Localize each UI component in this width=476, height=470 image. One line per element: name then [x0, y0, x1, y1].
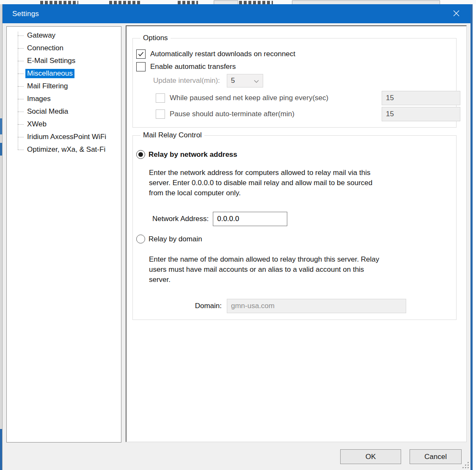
sidebar-item-xweb[interactable]: XWeb: [7, 118, 121, 131]
sidebar-item-optimizer-wxa-satfi[interactable]: Optimizer, wXa, & Sat-Fi: [7, 143, 121, 156]
relay-by-network-radio[interactable]: [136, 150, 145, 159]
network-address-field[interactable]: [213, 212, 287, 226]
auto-transfers-checkbox[interactable]: [136, 62, 146, 71]
sidebar-item-social-media[interactable]: Social Media: [7, 105, 121, 118]
keep-alive-row: While paused send net keep alive ping ev…: [156, 93, 328, 103]
relay-by-domain-label: Relay by domain: [149, 235, 202, 243]
domain-label: Domain:: [149, 302, 222, 310]
relay-by-domain-row: Relay by domain: [136, 235, 202, 243]
relay-by-network-row: Relay by network address: [136, 150, 237, 159]
domain-help-text: Enter the name of the domain allowed to …: [149, 254, 387, 285]
sidebar-item-iridium-axcesspoint-wifi[interactable]: Iridium AxcessPoint WiFi: [7, 131, 121, 143]
mail-relay-group-title: Mail Relay Control: [140, 131, 204, 139]
sidebar-item-images[interactable]: Images: [7, 93, 121, 105]
screen: Settings Gateway Connection E-Mail Setti…: [0, 0, 476, 470]
ok-button[interactable]: OK: [340, 449, 401, 464]
settings-nav-list: Gateway Connection E-Mail Settings Misce…: [6, 26, 121, 443]
sidebar-item-gateway[interactable]: Gateway: [7, 29, 121, 42]
resize-grip-icon[interactable]: [462, 462, 469, 469]
update-interval-label: Update interval(min):: [153, 77, 220, 85]
mail-relay-group: Mail Relay Control Relay by network addr…: [132, 135, 457, 320]
main-panel: Options Automatically restart downloads …: [126, 25, 467, 442]
update-interval-dropdown: 5: [227, 74, 263, 87]
background-window-top-fragment: [0, 0, 476, 4]
background-text-fragment: [40, 1, 78, 4]
keep-alive-checkbox: [156, 93, 165, 103]
keep-alive-label: While paused send net keep alive ping ev…: [170, 94, 328, 102]
window-title: Settings: [12, 10, 39, 18]
auto-terminate-label: Pause should auto-terminate after(min): [170, 110, 294, 118]
chevron-down-icon: [254, 77, 259, 85]
auto-terminate-checkbox: [156, 109, 165, 119]
sidebar-item-miscellaneous[interactable]: Miscellaneous: [7, 67, 121, 80]
sidebar-item-email-settings[interactable]: E-Mail Settings: [7, 55, 121, 67]
titlebar[interactable]: Settings: [3, 4, 470, 23]
domain-row: Domain:: [149, 299, 406, 313]
settings-dialog: Settings Gateway Connection E-Mail Setti…: [2, 4, 473, 470]
sidebar-item-mail-filtering[interactable]: Mail Filtering: [7, 80, 121, 93]
sidebar-item-connection[interactable]: Connection: [7, 42, 121, 55]
domain-field: [227, 299, 406, 313]
background-text-fragment: [109, 1, 141, 4]
background-text-fragment: [239, 1, 273, 4]
relay-by-domain-radio[interactable]: [136, 235, 145, 243]
network-address-row: Network Address:: [152, 212, 287, 226]
restart-downloads-label: Automatically restart downloads on recon…: [150, 50, 295, 58]
options-group-title: Options: [140, 34, 171, 42]
background-window-right-sliver: [473, 4, 476, 470]
restart-downloads-row: Automatically restart downloads on recon…: [136, 49, 295, 59]
restart-downloads-checkbox[interactable]: [136, 49, 146, 59]
auto-transfers-label: Enable automatic transfers: [150, 63, 236, 71]
auto-transfers-row: Enable automatic transfers: [136, 62, 236, 71]
background-button-fragment: [214, 0, 238, 4]
relay-by-network-label: Relay by network address: [149, 150, 237, 159]
checkmark-icon: [138, 52, 144, 57]
network-address-label: Network Address:: [152, 215, 209, 223]
update-interval-row: Update interval(min): 5: [153, 74, 263, 87]
background-text-fragment: [178, 1, 198, 4]
cancel-button[interactable]: Cancel: [410, 449, 462, 464]
network-help-text: Enter the network address for computers …: [149, 168, 387, 198]
options-group: Options Automatically restart downloads …: [132, 38, 457, 128]
close-button[interactable]: [448, 5, 465, 22]
close-icon: [453, 10, 459, 18]
keep-alive-seconds-field: [382, 91, 460, 105]
dialog-body: Gateway Connection E-Mail Settings Misce…: [3, 23, 470, 470]
auto-terminate-minutes-field: [382, 107, 460, 121]
auto-terminate-row: Pause should auto-terminate after(min): [156, 109, 294, 119]
background-button-fragment: [292, 0, 440, 4]
update-interval-value: 5: [231, 77, 251, 85]
